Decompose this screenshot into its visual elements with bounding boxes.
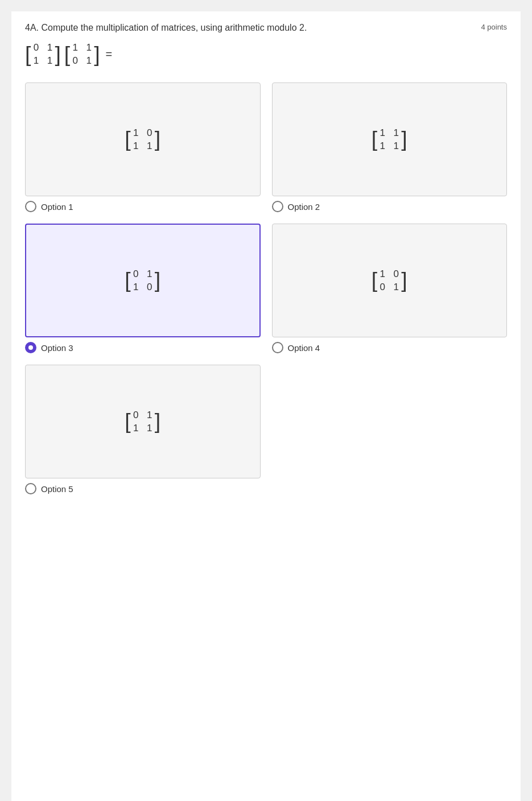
option2-label-row: Option 2 [272, 201, 508, 212]
option2-radio[interactable] [272, 201, 283, 212]
m1r1c1: 0 [33, 42, 39, 53]
matrix1-row1: 0 1 [33, 42, 52, 53]
option3-radio[interactable] [25, 342, 36, 353]
option1-matrix: [ 1 0 1 1 ] [125, 127, 160, 152]
matrix2-cells: 1 1 0 1 [72, 42, 92, 67]
option2-matrix: [ 1 1 1 1 ] [372, 127, 407, 152]
points-badge: 4 points [481, 23, 507, 31]
question-text: Compute the multiplication of matrices, … [41, 23, 307, 32]
option4-matrix: [ 1 0 0 1 ] [372, 269, 407, 293]
option4-radio[interactable] [272, 342, 283, 353]
option2-card[interactable]: [ 1 1 1 1 ] [272, 82, 508, 196]
option2-container: [ 1 1 1 1 ] Option 2 [272, 82, 508, 212]
page: 4A. Compute the multiplication of matric… [11, 11, 521, 801]
matrix2-row1: 1 1 [72, 42, 92, 53]
m2r1c1: 1 [72, 42, 78, 53]
option5-container: [ 0 1 1 1 ] Option 5 [25, 365, 261, 494]
option5-matrix: [ 0 1 1 1 ] [125, 410, 160, 434]
matrix1-cells: 0 1 1 1 [33, 42, 52, 67]
option1-label-row: Option 1 [25, 201, 261, 212]
m1r1c2: 1 [47, 42, 52, 53]
option1-card[interactable]: [ 1 0 1 1 ] [25, 82, 261, 196]
option5-label-row: Option 5 [25, 483, 261, 494]
question-number: 4A. [25, 23, 39, 32]
option5-card[interactable]: [ 0 1 1 1 ] [25, 365, 261, 478]
m2r2c2: 1 [86, 55, 92, 67]
bracket-right: ] [55, 44, 60, 65]
option1-label: Option 1 [41, 202, 73, 212]
option4-card[interactable]: [ 1 0 0 1 ] [272, 224, 508, 337]
m1r2c2: 1 [47, 55, 52, 67]
bracket-left: [ [25, 44, 31, 65]
bracket-left2: [ [64, 44, 70, 65]
option3-container: [ 0 1 1 0 ] Option 3 [25, 224, 261, 353]
option4-container: [ 1 0 0 1 ] Option 4 [272, 224, 508, 353]
option3-matrix: [ 0 1 1 0 ] [125, 269, 160, 293]
equation-matrix1: [ 0 1 1 1 ] [25, 42, 61, 67]
option4-label: Option 4 [288, 343, 320, 353]
question-header: 4A. Compute the multiplication of matric… [25, 23, 507, 33]
option2-label: Option 2 [288, 202, 320, 212]
option3-label-row: Option 3 [25, 342, 261, 353]
matrix-equation: [ 0 1 1 1 ] [ 1 1 [25, 42, 507, 67]
option3-label: Option 3 [41, 343, 73, 353]
option3-card[interactable]: [ 0 1 1 0 ] [25, 224, 261, 337]
option1-container: [ 1 0 1 1 ] Option 1 [25, 82, 261, 212]
m2r2c1: 0 [72, 55, 78, 67]
options-grid: [ 1 0 1 1 ] Option 1 [25, 82, 507, 353]
bracket-right2: ] [94, 44, 100, 65]
equation-matrix2: [ 1 1 0 1 ] [64, 42, 100, 67]
option5-label: Option 5 [41, 484, 73, 494]
option4-label-row: Option 4 [272, 342, 508, 353]
matrix2-row2: 0 1 [72, 55, 92, 67]
option1-radio[interactable] [25, 201, 36, 212]
equals-sign: = [106, 48, 113, 61]
m1r2c1: 1 [33, 55, 39, 67]
option5-radio[interactable] [25, 483, 36, 494]
question-title: 4A. Compute the multiplication of matric… [25, 23, 307, 33]
m2r1c2: 1 [86, 42, 92, 53]
matrix1-row2: 1 1 [33, 55, 52, 67]
